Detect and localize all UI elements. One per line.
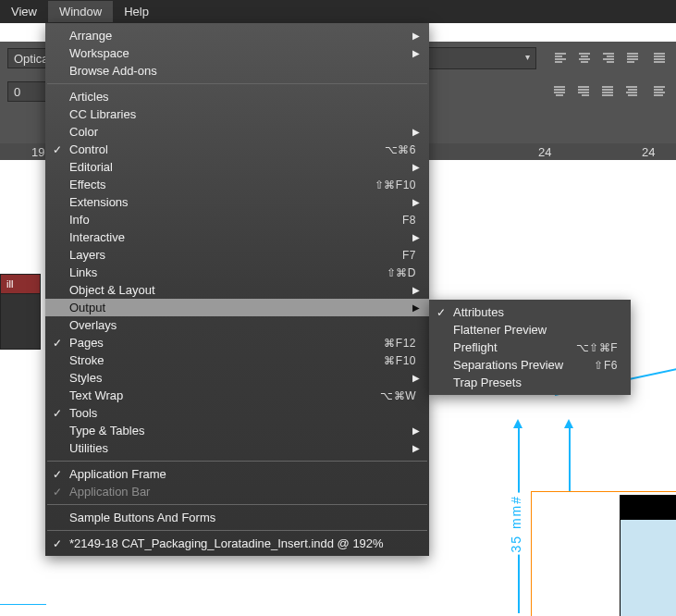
submenu-item-label: Attributes <box>453 305 618 319</box>
menubar: View Window Help <box>0 0 676 23</box>
menu-separator <box>47 504 427 505</box>
menu-item-label: *2149-18 CAT_Packaging_Loratadine_Insert… <box>69 536 416 550</box>
menu-item-extensions[interactable]: Extensions▶ <box>45 193 429 211</box>
menu-item-browse-add-ons[interactable]: Browse Add-ons <box>45 62 429 80</box>
submenu-item-preflight[interactable]: Preflight⌥⇧⌘F <box>429 339 631 356</box>
justify-left-button[interactable] <box>621 47 644 69</box>
menu-item-2149-18-cat-packaging-loratadine-insert-indd-192[interactable]: ✓*2149-18 CAT_Packaging_Loratadine_Inser… <box>45 535 429 552</box>
justify-group <box>548 80 643 103</box>
menu-shortcut: ⌘F12 <box>384 337 416 350</box>
menu-item-links[interactable]: Links⇧⌘D <box>45 264 429 281</box>
menu-item-sample-buttons-and-forms[interactable]: Sample Buttons And Forms <box>45 509 429 526</box>
menu-item-cc-libraries[interactable]: CC Libraries <box>45 105 429 123</box>
submenu-arrow-icon: ▶ <box>412 197 420 207</box>
submenu-arrow-icon: ▶ <box>412 425 420 436</box>
menu-item-label: Articles <box>69 90 416 104</box>
ruler-tick: 19 <box>31 145 44 159</box>
menu-item-label: Workspace <box>69 46 416 60</box>
menu-shortcut: ⌥⌘6 <box>385 143 416 156</box>
align-toward-spine-button[interactable] <box>650 80 669 103</box>
submenu-arrow-icon: ▶ <box>412 443 420 453</box>
menu-view[interactable]: View <box>0 1 48 22</box>
menu-item-editorial[interactable]: Editorial▶ <box>45 158 429 176</box>
menu-item-label: Text Wrap <box>69 388 380 402</box>
menu-item-label: Tools <box>69 406 416 420</box>
menu-item-workspace[interactable]: Workspace▶ <box>45 44 429 62</box>
submenu-item-separations-preview[interactable]: Separations Preview⇧F6 <box>429 356 631 374</box>
menu-item-label: Info <box>69 213 402 227</box>
align-away-spine-button[interactable] <box>621 80 643 103</box>
submenu-arrow-icon: ▶ <box>412 162 420 172</box>
menu-help[interactable]: Help <box>113 1 160 22</box>
menu-item-tools[interactable]: ✓Tools <box>45 404 429 422</box>
check-icon: ✓ <box>53 537 62 550</box>
submenu-item-flattener-preview[interactable]: Flattener Preview <box>429 321 631 339</box>
menu-item-effects[interactable]: Effects⇧⌘F10 <box>45 176 429 193</box>
menu-shortcut: ⇧⌘D <box>387 266 416 279</box>
menu-separator <box>47 461 427 462</box>
submenu-item-label: Trap Presets <box>453 376 618 389</box>
menu-item-label: Object & Layout <box>69 283 416 297</box>
menu-shortcut: ⌘F10 <box>384 354 416 367</box>
menu-item-label: Sample Buttons And Forms <box>69 511 416 524</box>
menu-separator <box>47 83 427 84</box>
menu-item-stroke[interactable]: Stroke⌘F10 <box>45 351 429 369</box>
menu-window[interactable]: Window <box>48 1 113 22</box>
menu-item-control[interactable]: ✓Control⌥⌘6 <box>45 141 429 158</box>
menu-shortcut: ⇧⌘F10 <box>375 179 416 191</box>
check-icon: ✓ <box>53 468 62 481</box>
menu-item-output[interactable]: Output▶ <box>45 299 429 316</box>
menu-item-label: Extensions <box>69 195 416 209</box>
submenu-arrow-icon: ▶ <box>412 48 420 58</box>
artwork-inner-frame[interactable] <box>620 519 676 616</box>
submenu-arrow-icon: ▶ <box>412 285 420 295</box>
justify-full-button[interactable] <box>596 80 619 103</box>
chevron-down-icon: ▾ <box>525 52 530 62</box>
artwork-frame[interactable] <box>531 491 676 616</box>
menu-item-overlays[interactable]: Overlays <box>45 316 429 334</box>
align-left-button[interactable] <box>549 47 572 69</box>
justify-right-button[interactable] <box>572 80 595 103</box>
menu-item-label: CC Libraries <box>69 107 416 121</box>
menu-item-label: Utilities <box>69 441 416 455</box>
menu-item-application-frame[interactable]: ✓Application Frame <box>45 465 429 483</box>
submenu-arrow-icon: ▶ <box>412 232 420 242</box>
align-center-button[interactable] <box>573 47 596 69</box>
arrowhead-icon <box>513 419 522 428</box>
justify-center-button[interactable] <box>548 80 571 103</box>
submenu-arrow-icon: ▶ <box>412 302 420 313</box>
artwork-blackbar <box>620 495 676 519</box>
menu-item-label: Application Frame <box>69 467 416 481</box>
menu-item-color[interactable]: Color▶ <box>45 123 429 141</box>
menu-item-pages[interactable]: ✓Pages⌘F12 <box>45 334 429 351</box>
panel-tab[interactable]: ill <box>1 275 40 294</box>
menu-item-label: Links <box>69 265 387 279</box>
submenu-item-attributes[interactable]: ✓Attributes <box>429 303 631 321</box>
panel-dock: ill <box>0 274 41 350</box>
menu-item-info[interactable]: InfoF8 <box>45 211 429 228</box>
check-icon: ✓ <box>53 337 62 350</box>
menu-item-label: Pages <box>69 336 384 350</box>
align-right-button[interactable] <box>597 47 620 69</box>
menu-separator <box>47 530 427 531</box>
menu-item-arrange[interactable]: Arrange▶ <box>45 27 429 44</box>
submenu-arrow-icon: ▶ <box>412 31 420 41</box>
menu-item-object-layout[interactable]: Object & Layout▶ <box>45 281 429 299</box>
arrowhead-icon <box>564 419 573 428</box>
dimension-line <box>518 428 520 613</box>
menu-item-articles[interactable]: Articles <box>45 88 429 105</box>
menu-item-label: Control <box>69 142 385 156</box>
menu-item-label: Browse Add-ons <box>69 64 416 78</box>
menu-item-label: Type & Tables <box>69 424 416 437</box>
menu-item-text-wrap[interactable]: Text Wrap⌥⌘W <box>45 387 429 404</box>
menu-item-layers[interactable]: LayersF7 <box>45 246 429 264</box>
output-submenu: ✓AttributesFlattener PreviewPreflight⌥⇧⌘… <box>429 300 631 395</box>
menu-item-styles[interactable]: Styles▶ <box>45 369 429 387</box>
more-align-button[interactable] <box>651 47 669 69</box>
menu-item-type-tables[interactable]: Type & Tables▶ <box>45 422 429 439</box>
ruler-tick: 24 <box>538 145 551 159</box>
menu-item-interactive[interactable]: Interactive▶ <box>45 228 429 246</box>
submenu-item-trap-presets[interactable]: Trap Presets <box>429 374 631 391</box>
menu-item-utilities[interactable]: Utilities▶ <box>45 439 429 457</box>
check-icon: ✓ <box>436 306 446 319</box>
